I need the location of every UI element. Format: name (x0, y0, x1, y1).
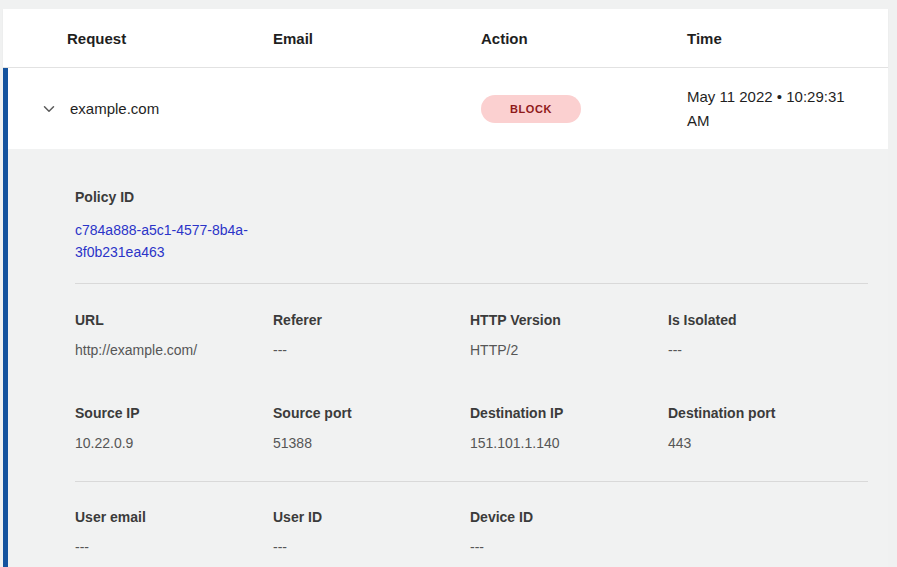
destination-port-field: Destination port 443 (668, 405, 868, 452)
expanded-log-row: example.com BLOCK May 11 2022 • 10:29:31… (3, 68, 888, 567)
device-id-label: Device ID (470, 509, 668, 526)
is-isolated-label: Is Isolated (668, 312, 868, 329)
referer-field: Referer --- (273, 312, 470, 359)
request-timestamp: May 11 2022 • 10:29:31 AM (687, 85, 865, 133)
divider (75, 283, 868, 284)
log-table-card: Request Email Action Time example.com BL… (3, 9, 888, 567)
request-domain: example.com (70, 100, 481, 117)
http-version-value: HTTP/2 (470, 342, 668, 359)
user-email-field: User email --- (75, 509, 273, 556)
destination-port-label: Destination port (668, 405, 868, 422)
source-ip-value: 10.22.0.9 (75, 435, 273, 452)
column-header-request: Request (67, 30, 273, 47)
http-version-label: HTTP Version (470, 312, 668, 329)
divider (75, 481, 868, 482)
log-details-panel: Policy ID c784a888-a5c1-4577-8b4a-3f0b23… (8, 149, 888, 567)
source-port-field: Source port 51388 (273, 405, 470, 452)
destination-ip-label: Destination IP (470, 405, 668, 422)
http-version-field: HTTP Version HTTP/2 (470, 312, 668, 359)
is-isolated-value: --- (668, 342, 868, 359)
log-row-summary[interactable]: example.com BLOCK May 11 2022 • 10:29:31… (8, 68, 888, 149)
destination-ip-field: Destination IP 151.101.1.140 (470, 405, 668, 452)
source-port-value: 51388 (273, 435, 470, 452)
details-row-network: Source IP 10.22.0.9 Source port 51388 De… (75, 405, 868, 452)
policy-id-field: Policy ID c784a888-a5c1-4577-8b4a-3f0b23… (75, 189, 868, 263)
device-id-value: --- (470, 539, 668, 556)
source-ip-field: Source IP 10.22.0.9 (75, 405, 273, 452)
source-ip-label: Source IP (75, 405, 273, 422)
is-isolated-field: Is Isolated --- (668, 312, 868, 359)
url-label: URL (75, 312, 273, 329)
referer-label: Referer (273, 312, 470, 329)
details-row-user: User email --- User ID --- Device ID --- (75, 509, 868, 556)
destination-ip-value: 151.101.1.140 (470, 435, 668, 452)
policy-id-link[interactable]: c784a888-a5c1-4577-8b4a-3f0b231ea463 (75, 219, 275, 263)
user-email-label: User email (75, 509, 273, 526)
user-id-field: User ID --- (273, 509, 470, 556)
chevron-down-icon[interactable] (40, 100, 70, 118)
details-row-http: URL http://example.com/ Referer --- HTTP… (75, 312, 868, 359)
referer-value: --- (273, 342, 470, 359)
source-port-label: Source port (273, 405, 470, 422)
column-header-action: Action (481, 30, 687, 47)
url-field: URL http://example.com/ (75, 312, 273, 359)
action-block-badge: BLOCK (481, 95, 581, 123)
column-header-email: Email (273, 30, 481, 47)
column-header-time: Time (687, 30, 888, 47)
device-id-field: Device ID --- (470, 509, 668, 556)
destination-port-value: 443 (668, 435, 868, 452)
policy-id-label: Policy ID (75, 189, 868, 206)
user-id-label: User ID (273, 509, 470, 526)
user-id-value: --- (273, 539, 470, 556)
url-value: http://example.com/ (75, 342, 273, 359)
user-email-value: --- (75, 539, 273, 556)
table-header: Request Email Action Time (3, 9, 888, 68)
